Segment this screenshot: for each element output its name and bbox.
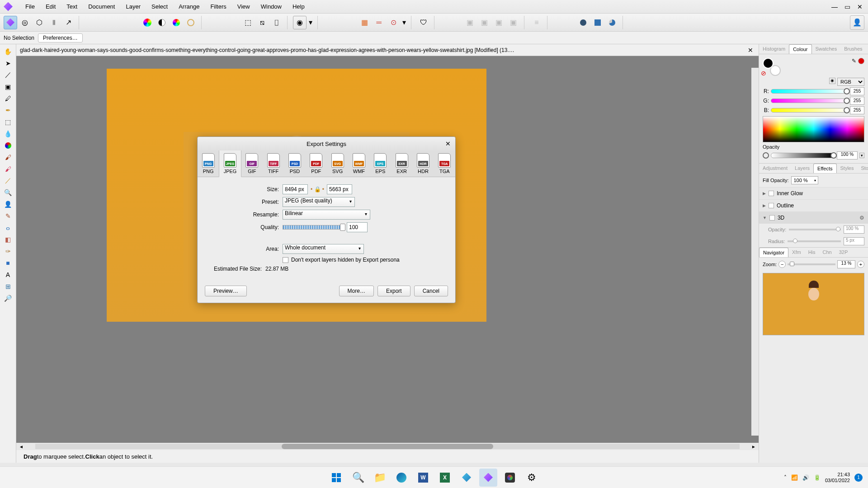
tab-chn[interactable]: Chn [819,248,835,257]
develop-persona-icon[interactable]: ⬡ [33,16,46,29]
format-tab-eps[interactable]: EPSEPS [370,150,391,177]
menu-arrange[interactable]: Arrange [173,1,205,12]
color-spectrum[interactable] [763,116,864,142]
tab-swatches[interactable]: Swatches [812,44,841,54]
brush-tool-icon[interactable]: 🖊 [2,93,14,104]
quicklook-icon[interactable]: ◉ [293,16,307,29]
area-select[interactable]: Whole document [283,244,364,254]
circle-dark-icon[interactable] [576,16,590,29]
close-button[interactable]: ✕ [855,2,864,11]
align-icon[interactable]: ═ [372,16,386,29]
resample-select[interactable]: Bilinear [283,210,370,220]
affinity-photo-icon[interactable] [458,469,476,487]
color-mode-select[interactable]: RGB [837,78,864,86]
r-value[interactable]: 255 [850,87,864,95]
menu-view[interactable]: View [232,1,255,12]
b-value[interactable]: 255 [850,106,864,114]
preview-button[interactable]: Preview… [205,286,247,296]
lock-icon[interactable]: • 🔒 • [311,186,324,192]
liquify-persona-icon[interactable]: ◎ [18,16,32,29]
hsl-icon[interactable] [170,16,183,29]
crop-tool-icon[interactable]: ▣ [2,81,14,92]
drop-tool-icon[interactable]: ⴰ [2,222,14,233]
effect-3d[interactable]: ▼3D ⚙ [759,211,868,224]
tab-layers[interactable]: Layers [791,164,813,173]
eyedropper-icon[interactable]: ✎ [852,58,856,64]
dodge-tool-icon[interactable]: ✎ [2,211,14,221]
format-tab-tga[interactable]: TGATGA [434,150,455,177]
format-tab-hdr[interactable]: HDRHDR [412,150,434,177]
explorer-icon[interactable]: 📁 [371,469,389,487]
b-slider[interactable] [771,108,848,113]
maximize-button[interactable]: ▭ [843,2,852,11]
color-wheel-icon[interactable] [141,16,154,29]
g-slider[interactable] [771,99,848,103]
affinity-designer-icon[interactable] [479,469,497,487]
format-tab-gif[interactable]: GIFGIF [241,150,263,177]
tab-colour[interactable]: Colour [789,44,811,54]
hand-tool-icon[interactable]: ✋ [2,46,14,57]
menu-text[interactable]: Text [61,1,83,12]
more-button[interactable]: More… [339,286,374,296]
fill-tool-icon[interactable]: 💧 [2,128,14,139]
contrast-icon[interactable] [155,16,169,29]
paint-brush-icon[interactable]: 🖌 [2,152,14,163]
zoom-in-button[interactable]: + [857,261,864,268]
account-button[interactable]: 👤 [850,15,864,30]
marquee-tool-icon[interactable]: ⬚ [2,117,14,127]
zoom-in-icon[interactable]: 🔍 [2,187,14,198]
menu-layer[interactable]: Layer [120,1,146,12]
quicklook-dropdown[interactable]: ▾ [307,16,314,29]
text-tool-icon[interactable]: A [2,269,14,280]
grid-icon[interactable]: ▦ [358,16,371,29]
format-tab-tiff[interactable]: TIFFTIFF [263,150,284,177]
notification-badge[interactable]: 1 [854,474,863,482]
tab-navigator[interactable]: Navigator [759,248,788,257]
menu-edit[interactable]: Edit [40,1,61,12]
mesh-tool-icon[interactable]: ⊞ [2,281,14,292]
size-height-input[interactable] [327,184,352,194]
square-blue-icon[interactable] [591,16,604,29]
start-icon[interactable] [327,469,345,487]
arrange-front-icon[interactable]: ▣ [507,16,520,29]
resolve-icon[interactable] [501,469,519,487]
rect-tool-icon[interactable]: ■ [2,258,14,268]
battery-icon[interactable]: 🔋 [814,474,821,481]
quality-slider[interactable] [283,225,344,230]
tab-histogram[interactable]: Histogram [759,44,789,54]
pen-tool-icon[interactable]: ✒ [2,105,14,116]
quill-tool-icon[interactable]: ✑ [2,246,14,257]
volume-icon[interactable]: 🔊 [802,474,809,481]
photo-persona-icon[interactable] [4,16,17,29]
pointer-tool-icon[interactable]: ➤ [2,58,14,69]
export-persona-icon[interactable]: ↗ [61,16,75,29]
menu-filters[interactable]: Filters [205,1,231,12]
arrange-backward-icon[interactable]: ▣ [478,16,491,29]
lut-icon[interactable] [184,16,198,29]
opacity-slider[interactable] [771,153,835,158]
align-left-icon[interactable]: ≡ [530,16,543,29]
tab-stock[interactable]: Stock [857,164,868,173]
navigator-preview[interactable] [763,273,864,335]
line-tool-icon[interactable]: ／ [2,70,14,80]
diagonal-icon[interactable]: ⧅ [255,16,269,29]
r-slider[interactable] [771,89,848,94]
size-width-input[interactable] [283,184,308,194]
opacity-value[interactable]: 100 % [837,151,858,160]
format-tab-svg[interactable]: SVGSVG [327,150,348,177]
format-tab-pdf[interactable]: PDFPDF [306,150,327,177]
snap-dropdown[interactable]: ▾ [401,16,407,29]
zoom-out-button[interactable]: − [778,261,786,268]
edge-icon[interactable] [392,469,410,487]
gradient-tool-icon[interactable] [2,140,14,151]
fill-opacity-select[interactable]: 100 %▾ [791,176,818,184]
fg-bg-swatches[interactable]: ⊘ [763,58,781,76]
arrange-back-icon[interactable]: ▣ [463,16,477,29]
format-tab-psd[interactable]: PSDPSD [284,150,305,177]
marquee-icon[interactable]: ⬚ [241,16,255,29]
healing-brush-icon[interactable]: 🖌 [2,164,14,174]
horizontal-scrollbar[interactable]: ◄ ► [16,443,759,450]
file-tab-close-icon[interactable]: ✕ [746,47,755,54]
tab-his[interactable]: His [805,248,819,257]
search-icon[interactable]: 🔍 [349,469,367,487]
